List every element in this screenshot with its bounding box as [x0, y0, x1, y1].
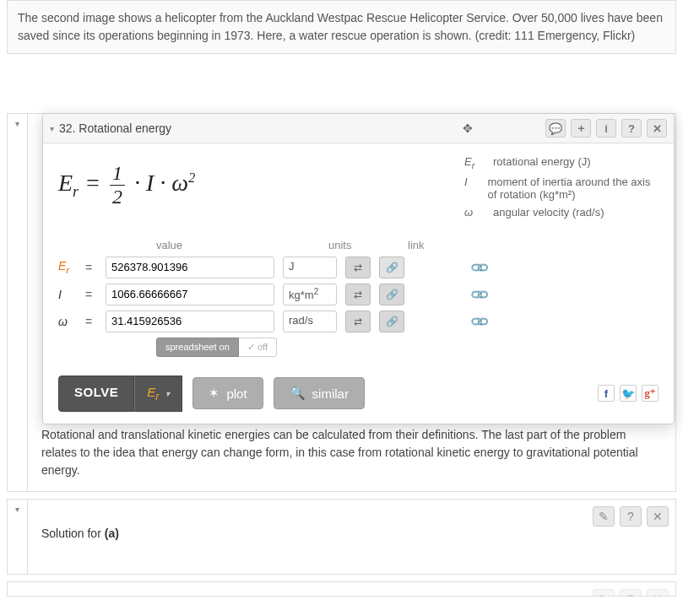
search-icon: 🔍 [290, 386, 306, 401]
chain-icon[interactable]: 🔗 [469, 311, 491, 332]
table-row: Er = J ⇄ 🔗 🔗 [58, 257, 659, 278]
help-button[interactable]: ? [620, 589, 642, 597]
col-units: units [328, 239, 388, 251]
collapse-toggle[interactable]: ▾ [15, 119, 19, 128]
symbol-legend: Errotational energy (J) Imoment of inert… [464, 155, 659, 224]
var-symbol: I [58, 288, 77, 301]
spreadsheet-toggle[interactable]: spreadsheet on ✓ off [156, 338, 659, 357]
swap-button[interactable]: ⇄ [345, 284, 371, 305]
unit-select-i[interactable]: kg*m2 [283, 284, 337, 305]
plot-icon: ✶ [209, 386, 220, 401]
solve-button-group: SOLVE Er▾ [58, 376, 182, 412]
col-link: link [408, 239, 425, 251]
social-share: f 🐦 g⁺ [598, 385, 659, 402]
link-button[interactable]: 🔗 [379, 257, 404, 278]
chain-icon[interactable]: 🔗 [469, 284, 491, 305]
formula-display: Er = 12 · I · ω2 [58, 155, 447, 224]
unit-select-er[interactable]: J [283, 257, 337, 278]
solve-button[interactable]: SOLVE [58, 376, 134, 412]
strategy-text: Rotational and translational kinetic ene… [41, 426, 662, 479]
close-button[interactable]: ✕ [647, 119, 667, 138]
google-plus-icon[interactable]: g⁺ [642, 385, 659, 402]
chain-icon[interactable]: 🔗 [469, 257, 491, 278]
move-icon[interactable]: ✥ [463, 122, 540, 135]
card-collapse-toggle[interactable]: ▾ [50, 124, 54, 133]
var-symbol: Er [58, 259, 77, 275]
solution-panel: ▾ Solution for (a) ✎ ? ✕ [7, 499, 676, 575]
unit-select-omega[interactable]: rad/s [283, 311, 337, 332]
help-button[interactable]: ? [620, 506, 642, 527]
image-caption: The second image shows a helicopter from… [7, 0, 676, 54]
plot-button[interactable]: ✶plot [192, 377, 263, 409]
formula-card: ▾ 32. Rotational energy ✥ 💬 ＋ i ? ✕ Er =… [42, 113, 675, 424]
value-input-omega[interactable] [106, 311, 274, 332]
edit-button[interactable]: ✎ [593, 506, 615, 527]
collapse-toggle[interactable]: ▾ [15, 505, 19, 514]
solution-title: Solution for (a) [41, 511, 662, 540]
table-row: ω = rad/s ⇄ 🔗 🔗 [58, 311, 659, 332]
swap-button[interactable]: ⇄ [345, 311, 371, 332]
comment-button[interactable]: 💬 [545, 119, 566, 138]
caption-text: The second image shows a helicopter from… [18, 11, 663, 42]
col-value: value [156, 239, 308, 251]
swap-button[interactable]: ⇄ [345, 257, 371, 278]
card-header: ▾ 32. Rotational energy ✥ 💬 ＋ i ? ✕ [43, 114, 674, 143]
table-row: I = kg*m2 ⇄ 🔗 🔗 [58, 284, 659, 305]
add-button[interactable]: ＋ [571, 119, 591, 138]
card-title: 32. Rotational energy [59, 122, 458, 135]
facebook-icon[interactable]: f [598, 385, 615, 402]
var-symbol: ω [58, 315, 77, 328]
next-panel-stub: ✎ ? ✕ [7, 581, 676, 597]
edit-button[interactable]: ✎ [593, 589, 615, 597]
values-table: value units link Er = J ⇄ 🔗 🔗 I = kg*m2 … [43, 235, 674, 362]
value-input-er[interactable] [106, 257, 274, 278]
info-button[interactable]: i [596, 119, 616, 138]
solve-variable-dropdown[interactable]: Er▾ [134, 376, 182, 412]
link-button[interactable]: 🔗 [379, 311, 404, 332]
close-button[interactable]: ✕ [647, 506, 669, 527]
value-input-i[interactable] [106, 284, 274, 305]
similar-button[interactable]: 🔍similar [274, 377, 365, 409]
link-button[interactable]: 🔗 [379, 284, 404, 305]
help-button[interactable]: ? [621, 119, 642, 138]
close-button[interactable]: ✕ [647, 589, 669, 597]
twitter-icon[interactable]: 🐦 [620, 385, 637, 402]
